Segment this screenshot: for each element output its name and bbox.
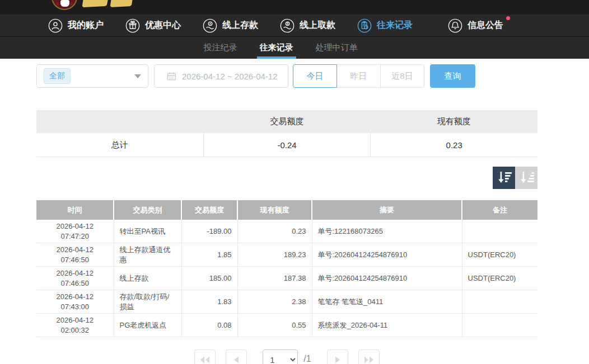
yesterday-button[interactable]: 昨日 bbox=[336, 64, 381, 88]
tab-label: 投注纪录 bbox=[204, 42, 237, 53]
category-select[interactable]: 全部 bbox=[36, 64, 148, 88]
tab-label: 处理中订单 bbox=[316, 42, 358, 53]
logo-gold-text-2 bbox=[110, 0, 133, 7]
cell-balance: 0.55 bbox=[237, 314, 312, 337]
logo-dot-left bbox=[56, 2, 59, 5]
cell-remark bbox=[462, 220, 537, 243]
cell-amount: 1.85 bbox=[181, 243, 237, 267]
records-table: 时间 交易类别 交易额度 现有额度 摘要 备注 2026-04-12 07:47… bbox=[36, 200, 537, 337]
filter-row: 全部 2026-04-12 ~ 2026-04-12 今日 昨日 近8日 查询 bbox=[36, 64, 589, 88]
nav-item-promotions[interactable]: 优惠中心 bbox=[125, 18, 181, 33]
sort-descending-icon bbox=[493, 167, 515, 189]
cell-summary: 单号:202604124254876910 bbox=[312, 267, 462, 290]
cell-time: 2026-04-12 07:46:50 bbox=[36, 243, 114, 267]
summary-header-empty bbox=[36, 110, 203, 133]
col-header-summary: 摘要 bbox=[312, 200, 462, 220]
cell-type: PG老虎机返点 bbox=[114, 314, 181, 337]
summary-header-row: 交易额度 现有额度 bbox=[36, 110, 537, 133]
nav-item-online-withdrawal[interactable]: $ 线上取款 bbox=[280, 18, 335, 33]
logo-gold-text-1 bbox=[82, 0, 108, 7]
previous-page-button[interactable] bbox=[226, 349, 247, 364]
cell-balance: 0.23 bbox=[237, 220, 312, 243]
cell-balance: 187.38 bbox=[237, 267, 312, 290]
summary-total-label: 总计 bbox=[36, 133, 204, 157]
cell-type: 存款/取款/打码/损益 bbox=[114, 290, 181, 314]
summary-table: 交易额度 现有额度 总计 -0.24 0.23 bbox=[36, 110, 537, 157]
selected-category-tag[interactable]: 全部 bbox=[44, 68, 71, 84]
sort-controls bbox=[36, 167, 537, 189]
cell-type: 线上存款通道优惠 bbox=[114, 243, 181, 267]
summary-balance-total: 0.23 bbox=[371, 133, 537, 157]
col-header-type: 交易类别 bbox=[114, 200, 181, 220]
tab-processing-orders[interactable]: 处理中订单 bbox=[314, 37, 359, 59]
cell-remark bbox=[462, 314, 537, 337]
cell-remark: USDT(ERC20) bbox=[462, 243, 537, 267]
next-page-icon bbox=[335, 356, 340, 363]
col-header-time: 时间 bbox=[36, 200, 114, 220]
table-row: 2026-04-12 02:00:32 PG老虎机返点 0.08 0.55 系统… bbox=[36, 314, 537, 337]
today-button[interactable]: 今日 bbox=[293, 64, 337, 88]
withdraw-icon: $ bbox=[280, 18, 294, 33]
page-content: 全部 2026-04-12 ~ 2026-04-12 今日 昨日 近8日 查询 bbox=[0, 64, 589, 364]
tab-label: 往来记录 bbox=[260, 42, 293, 53]
cell-amount: -189.00 bbox=[181, 220, 237, 243]
records-header-row: 时间 交易类别 交易额度 现有额度 摘要 备注 bbox=[36, 200, 537, 220]
logo-dot-right bbox=[70, 2, 73, 5]
nav-item-announcements[interactable]: 信息公告 bbox=[448, 18, 503, 33]
sort-ascending-icon bbox=[515, 167, 537, 189]
last-8-days-button[interactable]: 近8日 bbox=[380, 64, 424, 88]
summary-header-transaction: 交易额度 bbox=[203, 110, 370, 133]
nav-label: 我的账户 bbox=[68, 20, 104, 31]
nav-label: 优惠中心 bbox=[145, 20, 181, 31]
last-page-icon bbox=[364, 356, 374, 363]
nav-item-my-account[interactable]: 我的账户 bbox=[48, 18, 104, 33]
previous-page-icon bbox=[233, 356, 239, 363]
nav-label: 线上取款 bbox=[300, 20, 335, 31]
deposit-icon bbox=[203, 18, 217, 33]
summary-header-balance: 现有额度 bbox=[371, 110, 537, 133]
first-page-button[interactable] bbox=[194, 349, 216, 364]
nav-item-transaction-records[interactable]: 往来记录 bbox=[357, 18, 413, 33]
col-header-remark: 备注 bbox=[462, 200, 537, 220]
col-header-amount: 交易额度 bbox=[181, 200, 237, 220]
cell-balance: 189.23 bbox=[237, 243, 312, 267]
tab-betting-records[interactable]: 投注纪录 bbox=[202, 37, 239, 59]
user-icon bbox=[48, 18, 63, 33]
sort-ascending-button[interactable] bbox=[515, 167, 537, 189]
cell-balance: 2.38 bbox=[237, 290, 312, 314]
last-page-button[interactable] bbox=[358, 349, 380, 364]
nav-label: 往来记录 bbox=[377, 20, 413, 31]
cell-time: 2026-04-12 02:00:32 bbox=[36, 314, 114, 337]
quick-range-group: 今日 昨日 近8日 bbox=[293, 64, 424, 88]
nav-label: 信息公告 bbox=[468, 20, 503, 31]
cell-summary: 笔笔存 笔笔送_0411 bbox=[312, 290, 462, 314]
cell-summary: 单号:122168073265 bbox=[312, 220, 462, 243]
site-logo[interactable] bbox=[52, 0, 77, 10]
page-select[interactable]: 1 bbox=[263, 349, 298, 364]
table-row: 2026-04-12 07:43:00 存款/取款/打码/损益 1.83 2.3… bbox=[36, 290, 537, 314]
gift-icon bbox=[125, 18, 140, 33]
table-row: 2026-04-12 07:46:50 线上存款 185.00 187.38 单… bbox=[36, 267, 537, 290]
records-icon bbox=[357, 18, 372, 33]
col-header-balance: 现有额度 bbox=[237, 200, 312, 220]
sort-descending-button[interactable] bbox=[493, 167, 515, 189]
summary-total-row: 总计 -0.24 0.23 bbox=[36, 133, 537, 157]
nav-item-online-deposit[interactable]: 线上存款 bbox=[203, 18, 258, 33]
cell-amount: 0.08 bbox=[181, 314, 237, 337]
tab-transaction-records[interactable]: 往来记录 bbox=[258, 37, 295, 59]
cell-remark: USDT(ERC20) bbox=[462, 267, 537, 290]
cell-remark bbox=[462, 290, 537, 314]
cell-summary: 单号:202604124254876910 bbox=[312, 243, 462, 267]
first-page-icon bbox=[200, 356, 210, 363]
date-range-input[interactable]: 2026-04-12 ~ 2026-04-12 bbox=[154, 64, 288, 88]
cell-time: 2026-04-12 07:47:20 bbox=[36, 220, 114, 243]
nav-label: 线上存款 bbox=[222, 20, 258, 31]
pagination: 1 /1 bbox=[36, 349, 537, 364]
main-navigation: 我的账户 优惠中心 线上存款 bbox=[0, 15, 589, 37]
table-row: 2026-04-12 07:47:20 转出至PA视讯 -189.00 0.23… bbox=[36, 220, 537, 243]
next-page-button[interactable] bbox=[327, 349, 348, 364]
summary-transaction-total: -0.24 bbox=[204, 133, 371, 157]
cell-summary: 系统派发_2026-04-11 bbox=[312, 314, 462, 337]
cell-type: 线上存款 bbox=[114, 267, 181, 290]
search-button[interactable]: 查询 bbox=[430, 64, 475, 88]
